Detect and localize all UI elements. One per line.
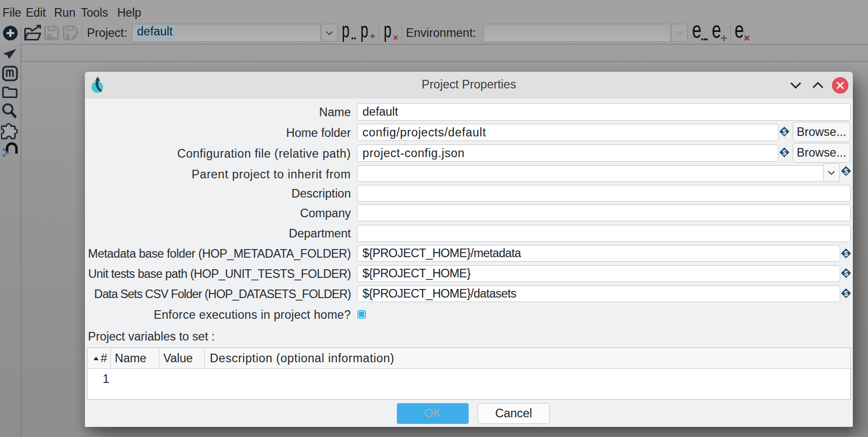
svg-text:$: $ xyxy=(844,250,848,258)
svg-text:$: $ xyxy=(782,149,786,157)
svg-text:$: $ xyxy=(844,289,848,298)
svg-text:$: $ xyxy=(844,167,848,175)
svg-text:$: $ xyxy=(844,269,848,277)
svg-text:$: $ xyxy=(782,128,786,136)
